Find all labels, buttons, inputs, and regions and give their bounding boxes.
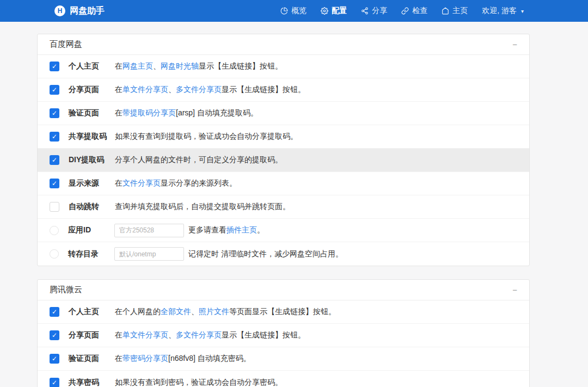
inline-link[interactable]: 照片文件 (199, 307, 229, 317)
nav-menu: 概览配置分享检查主页欢迎, 游客▾ (280, 6, 524, 16)
settings-row: ✓验证页面在带密码分享页[n68fv8] 自动填充密码。 (38, 347, 529, 371)
checkbox-checked[interactable]: ✓ (50, 132, 59, 142)
nav-item-label: 概览 (291, 6, 307, 16)
desc-text: 在 (115, 354, 122, 364)
inline-link[interactable]: 插件主页 (226, 225, 257, 235)
brand[interactable]: H 网盘助手 (54, 5, 105, 17)
nav-item-check[interactable]: 检查 (401, 6, 427, 16)
inline-link[interactable]: 全部文件 (161, 307, 191, 317)
card-title: 腾讯微云 (50, 285, 82, 295)
row-label: 个人主页 (69, 62, 115, 71)
radio-unchecked[interactable] (50, 226, 59, 235)
gear-icon (321, 7, 328, 15)
checkbox-checked[interactable]: ✓ (50, 330, 59, 340)
checkbox-checked[interactable]: ✓ (50, 307, 59, 317)
inline-link[interactable]: 文件分享页 (122, 179, 161, 188)
checkbox-checked[interactable]: ✓ (50, 354, 59, 364)
row-desc: 更多请查看 插件主页。 (114, 224, 265, 237)
nav-item-overview[interactable]: 概览 (280, 6, 307, 16)
row-desc: 在 带提取码分享页[arsp] 自动填充提取码。 (115, 108, 258, 118)
inline-link[interactable]: 网盘时光轴 (161, 62, 199, 71)
desc-text: 在 (115, 85, 122, 95)
checkbox-checked[interactable]: ✓ (50, 378, 59, 387)
row-label: 分享页面 (69, 330, 115, 340)
brand-logo-icon: H (54, 5, 65, 16)
card-header: 百度网盘− (38, 34, 529, 55)
desc-text: 更多请查看 (188, 225, 226, 235)
row-label: 共享提取码 (69, 132, 115, 142)
desc-text: 在 (115, 179, 122, 188)
desc-text: [arsp] 自动填充提取码。 (176, 108, 258, 118)
row-label: 分享页面 (69, 85, 115, 95)
row-desc: 在个人网盘的 全部文件、 照片文件 等页面显示【生成链接】按钮。 (115, 307, 336, 317)
nav-item-label: 主页 (452, 6, 468, 16)
checkbox-unchecked[interactable] (50, 202, 59, 212)
settings-row: 应用ID更多请查看 插件主页。 (38, 219, 529, 242)
desc-text: 等页面显示【生成链接】按钮。 (229, 307, 336, 317)
row-label: 验证页面 (69, 108, 115, 118)
text-input[interactable] (114, 224, 184, 237)
row-label: 共享密码 (69, 378, 115, 387)
inline-link[interactable]: 带提取码分享页 (122, 108, 176, 118)
settings-row: ✓个人主页在个人网盘的 全部文件、 照片文件 等页面显示【生成链接】按钮。 (38, 300, 529, 324)
desc-text: 、 (168, 85, 176, 95)
row-desc: 如果没有查询到密码，验证成功会自动分享密码。 (115, 378, 283, 387)
desc-text: 如果没有查询到密码，验证成功会自动分享密码。 (115, 378, 283, 387)
checkbox-checked[interactable]: ✓ (50, 155, 59, 165)
collapse-button[interactable]: − (510, 286, 519, 294)
desc-text: 显示分享的来源列表。 (161, 179, 237, 188)
desc-text: [n68fv8] 自动填充密码。 (168, 354, 251, 364)
navbar: H 网盘助手 概览配置分享检查主页欢迎, 游客▾ (0, 0, 588, 22)
inline-link[interactable]: 多文件分享页 (176, 85, 222, 95)
inline-link[interactable]: 单文件分享页 (122, 330, 168, 340)
radio-unchecked[interactable] (50, 249, 59, 259)
pie-chart-icon (280, 7, 288, 15)
nav-item-user[interactable]: 欢迎, 游客▾ (482, 6, 524, 16)
desc-text: 如果没有查询到提取码，验证成功会自动分享提取码。 (115, 132, 298, 142)
settings-row: ✓共享密码如果没有查询到密码，验证成功会自动分享密码。 (38, 371, 529, 387)
inline-link[interactable]: 多文件分享页 (176, 330, 222, 340)
inline-link[interactable]: 带密码分享页 (122, 354, 168, 364)
row-desc: 在带密码分享页[n68fv8] 自动填充密码。 (115, 354, 251, 364)
inline-link[interactable]: 网盘主页 (122, 62, 153, 71)
nav-item-label: 检查 (412, 6, 427, 16)
desc-text: 、 (191, 307, 199, 317)
desc-text: 在 (115, 62, 122, 71)
settings-row: ✓分享页面在 单文件分享页、 多文件分享页 显示【生成链接】按钮。 (38, 324, 529, 347)
settings-row: ✓个人主页在 网盘主页、 网盘时光轴 显示【生成链接】按钮。 (38, 55, 529, 78)
settings-row: ✓共享提取码如果没有查询到提取码，验证成功会自动分享提取码。 (38, 125, 529, 149)
text-input[interactable] (114, 247, 184, 261)
desc-text: 记得定时 清理临时文件，减少网盘空间占用。 (188, 249, 343, 259)
row-desc: 在 文件分享页 显示分享的来源列表。 (115, 179, 237, 188)
link-icon (401, 7, 409, 15)
content: 百度网盘−✓个人主页在 网盘主页、 网盘时光轴 显示【生成链接】按钮。✓分享页面… (37, 34, 530, 387)
settings-row: ✓显示来源在 文件分享页 显示分享的来源列表。 (38, 172, 529, 195)
row-desc: 记得定时 清理临时文件，减少网盘空间占用。 (114, 247, 343, 261)
nav-item-home[interactable]: 主页 (442, 6, 468, 16)
settings-row: ✓验证页面在 带提取码分享页[arsp] 自动填充提取码。 (38, 102, 529, 125)
desc-text: 显示【生成链接】按钮。 (222, 85, 305, 95)
row-desc: 如果没有查询到提取码，验证成功会自动分享提取码。 (115, 132, 298, 142)
row-desc: 在 单文件分享页、 多文件分享页 显示【生成链接】按钮。 (115, 330, 305, 340)
home-icon (442, 7, 449, 15)
desc-text: 显示【生成链接】按钮。 (199, 62, 283, 71)
row-desc: 在 单文件分享页、 多文件分享页 显示【生成链接】按钮。 (115, 85, 305, 95)
collapse-button[interactable]: − (510, 40, 519, 48)
brand-title: 网盘助手 (70, 5, 105, 17)
nav-item-share[interactable]: 分享 (361, 6, 387, 16)
checkbox-checked[interactable]: ✓ (50, 62, 59, 71)
settings-row: ✓DIY提取码分享个人网盘的文件时，可自定义分享的提取码。 (38, 149, 529, 172)
checkbox-checked[interactable]: ✓ (50, 108, 59, 118)
card-baidu: 百度网盘−✓个人主页在 网盘主页、 网盘时光轴 显示【生成链接】按钮。✓分享页面… (37, 34, 530, 266)
desc-text: 。 (257, 225, 265, 235)
row-label: DIY提取码 (69, 155, 115, 165)
nav-item-label: 分享 (372, 6, 387, 16)
row-label: 验证页面 (69, 354, 115, 364)
checkbox-checked[interactable]: ✓ (50, 179, 59, 188)
inline-link[interactable]: 单文件分享页 (122, 85, 168, 95)
desc-text: 、 (168, 330, 176, 340)
nav-item-config[interactable]: 配置 (321, 6, 347, 16)
desc-text: 、 (153, 62, 161, 71)
checkbox-checked[interactable]: ✓ (50, 85, 59, 95)
nav-item-label: 欢迎, 游客 (482, 6, 517, 16)
